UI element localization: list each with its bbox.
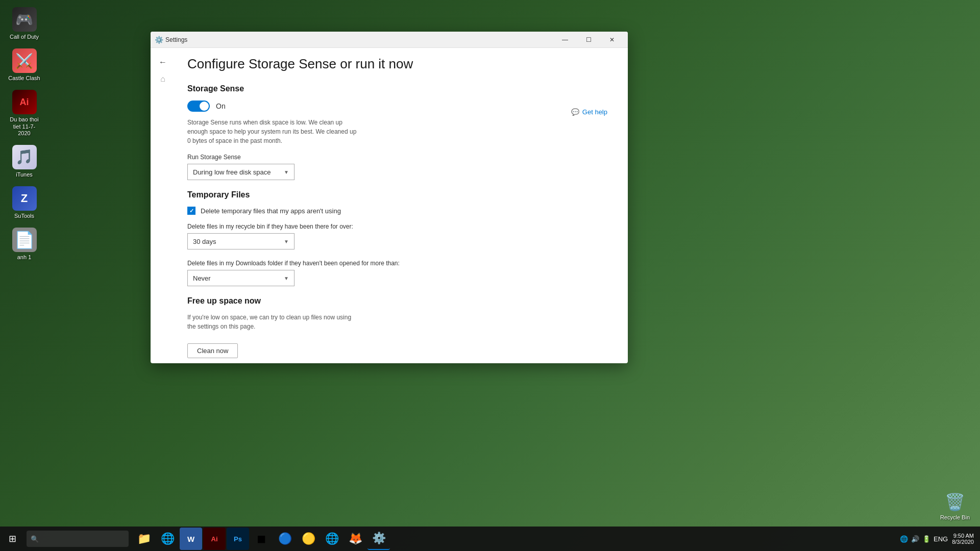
recycle-dropdown-arrow-icon: ▼ xyxy=(284,239,289,244)
window-title: Settings xyxy=(165,36,187,43)
sutools-label: SuTools xyxy=(14,213,34,219)
get-help-label: Get help xyxy=(582,108,607,116)
system-clock[interactable]: 9:50 AM 8/3/2020 xyxy=(952,533,974,545)
taskbar: ⊞ 🔍 📁 🌐 W Ai Ps ◼ 🔵 🟡 🌐 🦊 ⚙️ 🌐 🔊 🔋 ENG xyxy=(0,527,980,551)
taskbar-right: 🌐 🔊 🔋 ENG 9:50 AM 8/3/2020 xyxy=(900,533,980,545)
recycle-bin-image: 🗑️ xyxy=(943,490,967,514)
call-of-duty-label: Call of Duty xyxy=(10,34,39,40)
search-icon: 🔍 xyxy=(31,535,39,543)
minimize-button[interactable]: — xyxy=(553,32,577,48)
recycle-bin-dropdown[interactable]: 30 days ▼ xyxy=(187,233,295,249)
checkbox-check-icon: ✓ xyxy=(189,208,194,214)
castle-clash-label: Castle Clash xyxy=(8,75,40,82)
sutools-icon: Z xyxy=(12,186,37,211)
delete-temp-files-checkbox[interactable]: ✓ xyxy=(187,207,195,215)
close-button[interactable]: ✕ xyxy=(600,32,624,48)
back-button[interactable]: ← xyxy=(155,54,171,70)
temporary-files-header: Temporary Files xyxy=(187,190,616,199)
downloads-label: Delete files in my Downloads folder if t… xyxy=(187,260,616,267)
taskbar-app8[interactable]: 🔵 xyxy=(274,528,296,550)
illustrator-icon: Ai xyxy=(12,90,37,114)
desktop-icon-anh[interactable]: 📄 anh 1 xyxy=(5,226,43,263)
illustrator-label: Du bao thoi tiet 11-7-2020 xyxy=(7,116,41,137)
battery-icon[interactable]: 🔋 xyxy=(922,535,930,543)
desktop-icon-call-of-duty[interactable]: 🎮 Call of Duty xyxy=(5,5,43,42)
search-box[interactable]: 🔍 xyxy=(27,531,129,547)
run-dropdown-value: During low free disk space xyxy=(193,168,271,176)
anh-icon: 📄 xyxy=(12,228,37,252)
recycle-dropdown-value: 30 days xyxy=(193,238,216,245)
clock-date: 8/3/2020 xyxy=(952,539,974,545)
window-content: ← ⌂ Configure Storage Sense or run it no… xyxy=(151,48,628,363)
clock-time: 9:50 AM xyxy=(953,533,974,539)
recycle-bin-label: Delete files in my recycle bin if they h… xyxy=(187,223,616,230)
taskbar-word[interactable]: W xyxy=(180,528,202,550)
main-content: Configure Storage Sense or run it now 💬 … xyxy=(175,48,628,363)
recycle-bin-label: Recycle Bin xyxy=(940,514,970,520)
desktop-icon-sutools[interactable]: Z SuTools xyxy=(5,184,43,221)
taskbar-app7[interactable]: ◼ xyxy=(250,528,273,550)
downloads-dropdown-value: Never xyxy=(193,274,211,282)
volume-icon[interactable]: 🔊 xyxy=(911,535,919,543)
delete-temp-label: Delete temporary files that my apps aren… xyxy=(201,207,341,215)
desktop-icon-castle-clash[interactable]: ⚔️ Castle Clash xyxy=(5,46,43,84)
itunes-label: iTunes xyxy=(16,171,33,178)
castle-clash-icon: ⚔️ xyxy=(12,48,37,73)
downloads-dropdown[interactable]: Never ▼ xyxy=(187,270,295,286)
storage-sense-description: Storage Sense runs when disk space is lo… xyxy=(187,118,361,145)
home-button[interactable]: ⌂ xyxy=(155,74,171,84)
taskbar-file-explorer[interactable]: 📁 xyxy=(133,528,155,550)
clean-now-button[interactable]: Clean now xyxy=(187,343,238,358)
taskbar-apps: 📁 🌐 W Ai Ps ◼ 🔵 🟡 🌐 🦊 ⚙️ xyxy=(133,528,390,550)
anh-label: anh 1 xyxy=(17,254,32,261)
help-icon: 💬 xyxy=(571,108,579,116)
free-up-description: If you're low on space, we can try to cl… xyxy=(187,313,361,331)
itunes-icon: 🎵 xyxy=(12,145,37,169)
taskbar-firefox[interactable]: 🦊 xyxy=(344,528,366,550)
desktop-icon-itunes[interactable]: 🎵 iTunes xyxy=(5,143,43,180)
desktop-icons-container: 🎮 Call of Duty ⚔️ Castle Clash Ai Du bao… xyxy=(5,5,43,263)
toggle-on-label: On xyxy=(216,102,226,110)
maximize-button[interactable]: ☐ xyxy=(577,32,600,48)
run-storage-sense-label: Run Storage Sense xyxy=(187,154,616,161)
toggle-thumb xyxy=(200,102,209,111)
storage-sense-toggle[interactable] xyxy=(187,101,210,112)
system-tray: 🌐 🔊 🔋 ENG xyxy=(900,535,948,543)
taskbar-edge[interactable]: 🌐 xyxy=(321,528,343,550)
delete-temp-files-row: ✓ Delete temporary files that my apps ar… xyxy=(187,207,616,215)
taskbar-illustrator[interactable]: Ai xyxy=(203,528,226,550)
title-bar: ⚙️ Settings — ☐ ✕ xyxy=(151,32,628,48)
storage-sense-toggle-row: On xyxy=(187,101,616,112)
settings-icon: ⚙️ xyxy=(155,36,163,44)
page-title: Configure Storage Sense or run it now xyxy=(187,56,616,72)
window-controls: — ☐ ✕ xyxy=(553,32,624,48)
taskbar-browser-green[interactable]: 🌐 xyxy=(156,528,179,550)
recycle-bin-icon[interactable]: 🗑️ Recycle Bin xyxy=(940,490,970,520)
nav-area: ← ⌂ xyxy=(151,48,175,363)
start-button[interactable]: ⊞ xyxy=(0,527,24,551)
desktop: 🎮 Call of Duty ⚔️ Castle Clash Ai Du bao… xyxy=(0,0,980,551)
desktop-icon-illustrator[interactable]: Ai Du bao thoi tiet 11-7-2020 xyxy=(5,88,43,139)
dropdown-arrow-icon: ▼ xyxy=(284,169,289,175)
run-storage-sense-dropdown[interactable]: During low free disk space ▼ xyxy=(187,164,295,180)
get-help-link[interactable]: 💬 Get help xyxy=(571,108,607,116)
taskbar-settings[interactable]: ⚙️ xyxy=(368,528,390,550)
language-indicator[interactable]: ENG xyxy=(934,535,948,543)
taskbar-photoshop[interactable]: Ps xyxy=(227,528,249,550)
downloads-dropdown-arrow-icon: ▼ xyxy=(284,276,289,281)
network-icon[interactable]: 🌐 xyxy=(900,535,908,543)
free-up-space-header: Free up space now xyxy=(187,296,616,306)
settings-window: ⚙️ Settings — ☐ ✕ ← ⌂ Configure Storage … xyxy=(151,32,628,363)
call-of-duty-icon: 🎮 xyxy=(12,7,37,32)
taskbar-app9[interactable]: 🟡 xyxy=(297,528,320,550)
storage-sense-header: Storage Sense xyxy=(187,84,616,93)
